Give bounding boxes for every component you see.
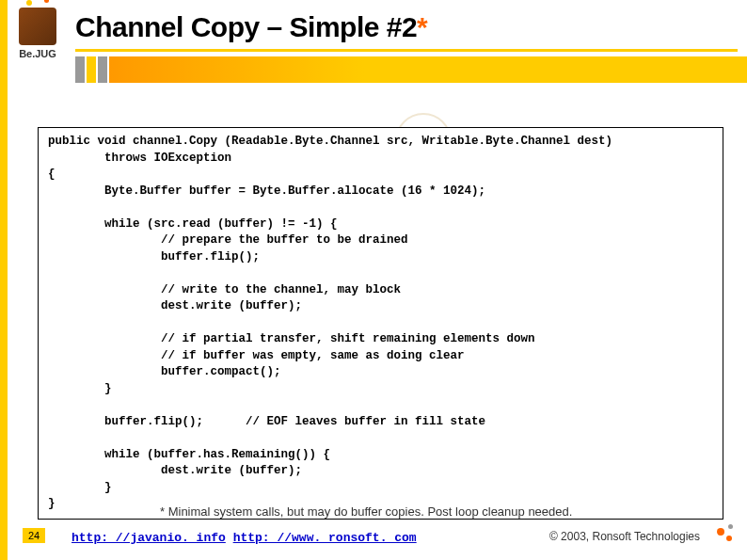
slide-title: Channel Copy – Simple #2* [75, 11, 738, 43]
link-ronsoft[interactable]: http: //www. ronsoft. com [233, 531, 417, 545]
link-javanio[interactable]: http: //javanio. info [72, 531, 226, 545]
left-accent-stripe [0, 0, 8, 560]
bar-gray-2 [98, 56, 107, 83]
page-number: 24 [23, 528, 45, 543]
code-listing: public void channel.Copy (Readable.Byte.… [38, 127, 723, 520]
footer-links: http: //javanio. info http: //www. ronso… [72, 531, 417, 545]
code-content: public void channel.Copy (Readable.Byte.… [48, 134, 713, 513]
logo-text: Be.JUG [19, 48, 56, 59]
bar-orange-gradient [109, 56, 747, 83]
title-underline [75, 49, 738, 52]
copyright: © 2003, Ronsoft Technologies [549, 530, 700, 543]
bar-yellow [87, 56, 96, 83]
color-bars [75, 56, 747, 83]
logo-container: Be.JUG [9, 8, 66, 83]
title-area: Channel Copy – Simple #2* [75, 11, 738, 52]
title-asterisk: * [417, 11, 427, 42]
bar-gray [75, 56, 85, 83]
bejug-logo-icon [19, 8, 56, 45]
title-main: Channel Copy – Simple #2 [75, 11, 417, 42]
footnote: * Minimal system calls, but may do buffe… [160, 504, 572, 519]
corner-logo-icon [711, 524, 739, 552]
link-sep [226, 531, 233, 545]
